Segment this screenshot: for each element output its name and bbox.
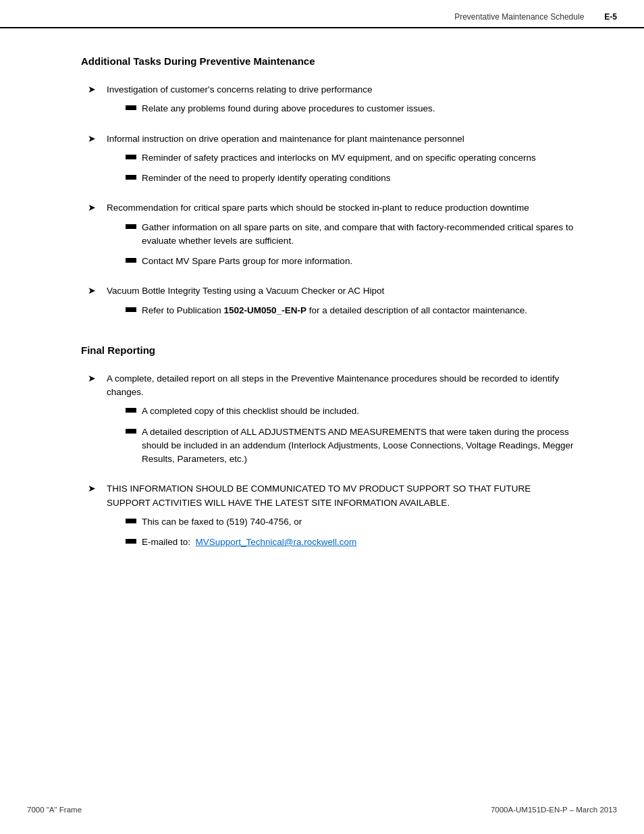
- list-item: Gather information on all spare parts on…: [126, 221, 576, 249]
- sub-list: Reminder of safety practices and interlo…: [126, 151, 536, 186]
- sub-list: Refer to Publication 1502-UM050_-EN-P fo…: [126, 304, 527, 317]
- list-item: ➤ Recommendation for critical spare part…: [81, 201, 576, 275]
- bullet-icon: [126, 224, 136, 229]
- item-text: THIS INFORMATION SHOULD BE COMMUNICATED …: [107, 484, 531, 507]
- sub-list: Gather information on all spare parts on…: [126, 221, 576, 269]
- item-text: A complete, detailed report on all steps…: [107, 373, 559, 397]
- list-item: ➤ Vacuum Bottle Integrity Testing using …: [81, 284, 576, 324]
- bullet-icon: [126, 408, 136, 413]
- bullet-icon: [126, 105, 136, 110]
- section1-title: Additional Tasks During Preventive Maint…: [81, 55, 576, 67]
- list-item: Relate any problems found during above p…: [126, 102, 435, 115]
- arrow-icon: ➤: [88, 285, 101, 296]
- list-item: A detailed description of ALL ADJUSTMENT…: [126, 425, 576, 467]
- bullet-icon: [126, 539, 136, 544]
- arrow-icon: ➤: [88, 84, 101, 95]
- email-link[interactable]: MVSupport_Technical@ra.rockwell.com: [196, 537, 357, 547]
- section-final-reporting: Final Reporting ➤ A complete, detailed r…: [81, 344, 576, 556]
- section2-title: Final Reporting: [81, 344, 576, 356]
- list-item: Reminder of safety practices and interlo…: [126, 151, 536, 165]
- sub-item-text: Contact MV Spare Parts group for more in…: [142, 255, 352, 268]
- item-text: Recommendation for critical spare parts …: [107, 203, 529, 213]
- list-item: E-mailed to: MVSupport_Technical@ra.rock…: [126, 536, 576, 549]
- list-item: ➤ THIS INFORMATION SHOULD BE COMMUNICATE…: [81, 482, 576, 556]
- bullet-icon: [126, 519, 136, 523]
- sub-item-text: Gather information on all spare parts on…: [142, 221, 576, 249]
- section2-list: ➤ A complete, detailed report on all ste…: [81, 372, 576, 556]
- sub-item-text: Relate any problems found during above p…: [142, 102, 435, 115]
- publication-bold: 1502-UM050_-EN-P: [224, 305, 306, 315]
- sub-item-text: This can be faxed to (519) 740-4756, or: [142, 515, 302, 529]
- page-header: Preventative Maintenance Schedule E-5: [0, 0, 644, 28]
- section1-list: ➤ Investigation of customer's concerns r…: [81, 83, 576, 324]
- list-item: Refer to Publication 1502-UM050_-EN-P fo…: [126, 304, 527, 317]
- list-item: ➤ A complete, detailed report on all ste…: [81, 372, 576, 473]
- sub-item-text: E-mailed to: MVSupport_Technical@ra.rock…: [142, 536, 356, 549]
- list-item: Contact MV Spare Parts group for more in…: [126, 255, 576, 268]
- bullet-icon: [126, 307, 136, 312]
- bullet-icon: [126, 155, 136, 159]
- sub-item-text: A detailed description of ALL ADJUSTMENT…: [142, 425, 576, 467]
- sub-item-text: Refer to Publication 1502-UM050_-EN-P fo…: [142, 304, 527, 317]
- footer-left: 7000 "A" Frame: [27, 806, 82, 814]
- page-content: Additional Tasks During Preventive Maint…: [0, 28, 644, 592]
- footer-right: 7000A-UM151D-EN-P – March 2013: [491, 806, 617, 814]
- item-text: Vacuum Bottle Integrity Testing using a …: [107, 286, 384, 296]
- header-title: Preventative Maintenance Schedule: [454, 12, 584, 22]
- section-additional-tasks: Additional Tasks During Preventive Maint…: [81, 55, 576, 324]
- list-item: ➤ Investigation of customer's concerns r…: [81, 83, 576, 123]
- sub-list: This can be faxed to (519) 740-4756, or …: [126, 515, 576, 550]
- sub-item-text: Reminder of safety practices and interlo…: [142, 151, 536, 165]
- arrow-icon: ➤: [88, 133, 101, 144]
- list-item: This can be faxed to (519) 740-4756, or: [126, 515, 576, 529]
- list-item: A completed copy of this checklist shoul…: [126, 405, 576, 418]
- bullet-icon: [126, 429, 136, 434]
- sub-list: A completed copy of this checklist shoul…: [126, 405, 576, 466]
- list-item: ➤ Informal instruction on drive operatio…: [81, 132, 576, 192]
- arrow-icon: ➤: [88, 373, 101, 384]
- item-text: Informal instruction on drive operation …: [107, 134, 464, 144]
- header-page-num: E-5: [604, 12, 617, 22]
- sub-item-text: Reminder of the need to properly identif…: [142, 172, 390, 185]
- bullet-icon: [126, 175, 136, 180]
- list-item: Reminder of the need to properly identif…: [126, 172, 536, 185]
- page-footer: 7000 "A" Frame 7000A-UM151D-EN-P – March…: [0, 806, 644, 814]
- sub-item-text: A completed copy of this checklist shoul…: [142, 405, 359, 418]
- arrow-icon: ➤: [88, 202, 101, 213]
- item-text: Investigation of customer's concerns rel…: [107, 84, 373, 95]
- bullet-icon: [126, 258, 136, 263]
- sub-list: Relate any problems found during above p…: [126, 102, 435, 115]
- arrow-icon: ➤: [88, 483, 101, 494]
